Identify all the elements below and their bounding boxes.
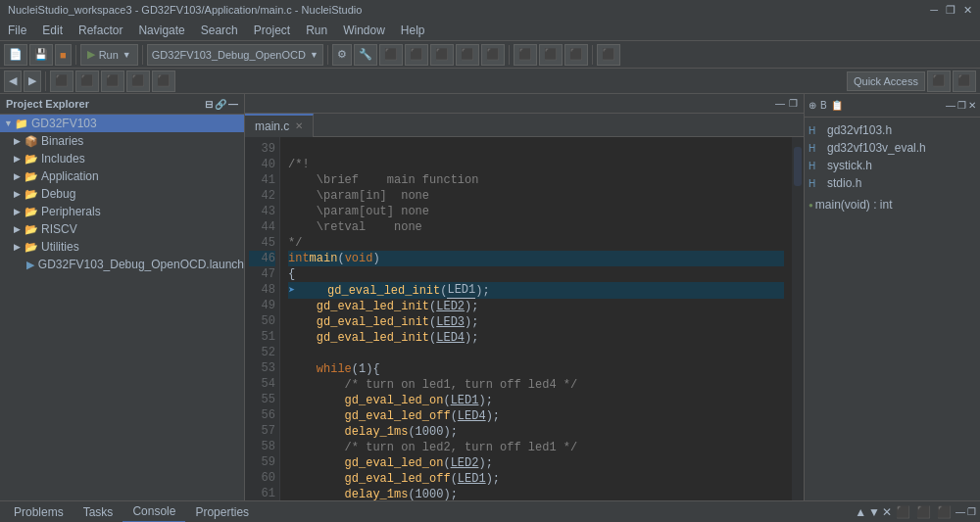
code-line: /*! bbox=[288, 157, 784, 172]
code-line: gd_eval_led_on(LED1); bbox=[288, 393, 784, 408]
save-btn[interactable]: 💾 bbox=[29, 44, 53, 66]
minimize-btn[interactable]: ─ bbox=[930, 4, 938, 17]
menu-item-file[interactable]: File bbox=[0, 22, 34, 39]
tab-console[interactable]: Console bbox=[122, 501, 185, 523]
toolbar2-btn5[interactable]: ⬛ bbox=[152, 71, 175, 92]
editor-content[interactable]: 39 40 41 42 43 44 45 46 47 48 49 50 51 5… bbox=[245, 137, 804, 500]
right-tab-outline[interactable]: ⊕ bbox=[808, 100, 816, 111]
toolbar-btn-11[interactable]: ⬛ bbox=[597, 44, 620, 66]
debug-stop-btn[interactable]: ■ bbox=[55, 44, 72, 66]
close-btn[interactable]: ✕ bbox=[963, 4, 972, 17]
tree-arrow-utilities: ▶ bbox=[14, 242, 24, 252]
tab-tasks-label: Tasks bbox=[83, 505, 114, 519]
tree-item-project[interactable]: ▼ 📁 GD32FV103 bbox=[0, 115, 244, 132]
code-line-main: int main(void) bbox=[288, 251, 784, 266]
tree-item-includes[interactable]: ▶ 📂 Includes bbox=[0, 150, 244, 167]
config-selector[interactable]: GD32FV103_Debug_OpenOCD ▼ bbox=[147, 44, 323, 66]
toolbar2-btn3[interactable]: ⬛ bbox=[101, 71, 124, 92]
run-config[interactable]: ▶ Run ▼ bbox=[80, 44, 138, 66]
right-panel-min-btn[interactable]: — bbox=[946, 100, 956, 111]
code-line: gd_eval_led_init(LED2); bbox=[288, 299, 784, 314]
new-btn[interactable]: 📄 bbox=[4, 44, 27, 66]
tree-item-peripherals[interactable]: ▶ 📂 Peripherals bbox=[0, 203, 244, 220]
outline-item-main-fn[interactable]: ● main(void) : int bbox=[808, 196, 976, 214]
quick-access-btn[interactable]: Quick Access bbox=[847, 71, 925, 91]
menu-item-window[interactable]: Window bbox=[335, 22, 393, 39]
fwd-btn[interactable]: ▶ bbox=[24, 71, 41, 92]
code-area[interactable]: /*! \brief main function \param[in] none… bbox=[280, 137, 792, 500]
outline-file-gd32: gd32vf103.h bbox=[827, 123, 892, 137]
right-panel-close-btn[interactable]: ✕ bbox=[968, 100, 976, 111]
restore-btn[interactable]: ❐ bbox=[946, 4, 956, 17]
console-toolbar-btn2[interactable]: ⬛ bbox=[916, 505, 931, 519]
toolbar-btn-10[interactable]: ⬛ bbox=[564, 44, 588, 66]
menu-item-refactor[interactable]: Refactor bbox=[71, 22, 130, 39]
toolbar-btn-3[interactable]: ⬛ bbox=[379, 44, 403, 66]
code-line: /* turn on led1, turn off led4 */ bbox=[288, 377, 784, 393]
editor-minimize-icon[interactable]: — bbox=[775, 98, 785, 109]
tree-arrow-debug: ▶ bbox=[14, 189, 24, 199]
console-scroll-up-btn[interactable]: ▲ bbox=[855, 505, 866, 519]
toolbar-btn-4[interactable]: ⬛ bbox=[405, 44, 428, 66]
menu-item-edit[interactable]: Edit bbox=[34, 22, 71, 39]
menu-item-search[interactable]: Search bbox=[193, 22, 246, 39]
outline-file-systick: systick.h bbox=[827, 159, 872, 172]
menu-item-run[interactable]: Run bbox=[298, 22, 335, 39]
run-dropdown-arrow[interactable]: ▼ bbox=[122, 50, 131, 60]
toolbar2-btn4[interactable]: ⬛ bbox=[126, 71, 150, 92]
tab-close-btn[interactable]: ✕ bbox=[295, 120, 303, 131]
menu-item-navigate[interactable]: Navigate bbox=[130, 22, 192, 39]
outline-item-eval[interactable]: H gd32vf103v_eval.h bbox=[808, 139, 976, 157]
toolbar-btn-5[interactable]: ⬛ bbox=[430, 44, 454, 66]
sidebar-min-btn[interactable]: — bbox=[228, 99, 238, 110]
tree-item-riscv[interactable]: ▶ 📂 RISCV bbox=[0, 220, 244, 238]
editor-scrollbar[interactable] bbox=[792, 137, 804, 500]
sidebar-collapse-btn[interactable]: ⊟ bbox=[205, 99, 213, 110]
tab-problems[interactable]: Problems bbox=[4, 501, 74, 523]
tab-tasks[interactable]: Tasks bbox=[74, 501, 123, 523]
toolbar-btn-1[interactable]: ⚙ bbox=[332, 44, 352, 66]
tab-properties[interactable]: Properties bbox=[185, 501, 259, 523]
toolbar-btn-2[interactable]: 🔧 bbox=[354, 44, 377, 66]
title-bar: NucleiStudio_workspace3 - GD32FV103/Appl… bbox=[0, 0, 980, 20]
toolbar-btn-7[interactable]: ⬛ bbox=[481, 44, 505, 66]
debug-icon: 📂 bbox=[24, 188, 39, 201]
menu-item-project[interactable]: Project bbox=[246, 22, 298, 39]
editor-tab-main[interactable]: main.c ✕ bbox=[245, 114, 314, 137]
outline-item-systick[interactable]: H systick.h bbox=[808, 157, 976, 174]
console-toolbar-btn3[interactable]: ⬛ bbox=[937, 505, 952, 519]
toolbar2-btn2[interactable]: ⬛ bbox=[75, 71, 99, 92]
toolbar2-right2[interactable]: ⬛ bbox=[953, 71, 976, 92]
right-tab-refs[interactable]: 📋 bbox=[831, 100, 843, 111]
editor-maximize-icon[interactable]: ❐ bbox=[789, 98, 798, 109]
tree-item-utilities[interactable]: ▶ 📂 Utilities bbox=[0, 238, 244, 256]
toolbar2: ◀ ▶ ⬛ ⬛ ⬛ ⬛ ⬛ Quick Access ⬛ ⬛ bbox=[0, 69, 980, 94]
console-max-btn[interactable]: ❐ bbox=[967, 506, 976, 517]
editor-area: — ❐ main.c ✕ 39 40 41 42 43 44 45 46 47 … bbox=[245, 94, 804, 500]
outline-item-gd32[interactable]: H gd32vf103.h bbox=[808, 121, 976, 139]
toolbar-btn-8[interactable]: ⬛ bbox=[514, 44, 537, 66]
tree-label-debug: Debug bbox=[41, 187, 75, 201]
console-min-btn[interactable]: — bbox=[956, 506, 965, 517]
console-toolbar-btn1[interactable]: ⬛ bbox=[896, 505, 910, 519]
outline-file-stdio: stdio.h bbox=[827, 176, 861, 190]
tree-item-debug[interactable]: ▶ 📂 Debug bbox=[0, 185, 244, 203]
toolbar2-btn1[interactable]: ⬛ bbox=[50, 71, 74, 92]
menu-item-help[interactable]: Help bbox=[393, 22, 433, 39]
right-panel-max-btn[interactable]: ❐ bbox=[957, 100, 966, 111]
outline-item-stdio[interactable]: H stdio.h bbox=[808, 174, 976, 192]
console-clear-btn[interactable]: ✕ bbox=[882, 505, 892, 519]
right-tab-vars[interactable]: B bbox=[820, 100, 827, 111]
toolbar2-right1[interactable]: ⬛ bbox=[927, 71, 951, 92]
tree-item-binaries[interactable]: ▶ 📦 Binaries bbox=[0, 132, 244, 150]
sidebar-link-btn[interactable]: 🔗 bbox=[215, 99, 226, 110]
code-line-48: ➤ gd_eval_led_init(LED1); bbox=[288, 282, 784, 299]
toolbar-btn-6[interactable]: ⬛ bbox=[456, 44, 479, 66]
run-label: Run bbox=[99, 49, 119, 61]
tree-item-application[interactable]: ▶ 📂 Application bbox=[0, 167, 244, 185]
toolbar-btn-9[interactable]: ⬛ bbox=[539, 44, 563, 66]
peripherals-icon: 📂 bbox=[24, 206, 39, 218]
console-scroll-down-btn[interactable]: ▼ bbox=[868, 505, 880, 519]
tree-item-launch[interactable]: ▶ GD32FV103_Debug_OpenOCD.launch bbox=[0, 256, 244, 273]
back-btn[interactable]: ◀ bbox=[4, 71, 22, 92]
